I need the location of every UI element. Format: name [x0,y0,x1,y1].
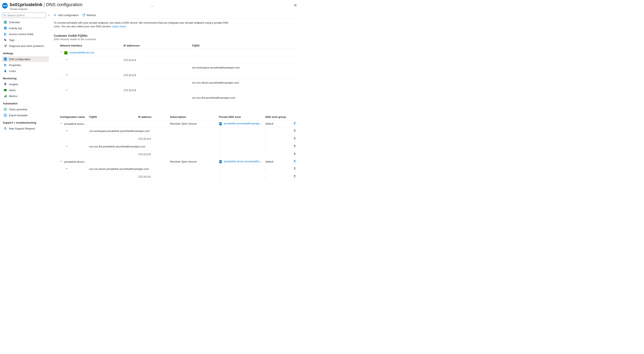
sidebar: « Overview Activity log Access control (… [0,12,50,181]
properties-icon [4,63,7,67]
delete-icon[interactable] [291,120,298,127]
col-subscription[interactable]: Subscription [169,114,218,120]
nic-icon [64,51,68,55]
sidebar-item-insights[interactable]: Insights [2,81,49,87]
chevron-down-icon[interactable] [60,51,63,54]
chevron-down-icon[interactable] [65,129,68,133]
col-fqdn[interactable]: FQDN [191,43,274,49]
svg-rect-15 [6,64,6,66]
chevron-down-icon[interactable] [65,58,68,62]
title-separator: | [44,2,46,7]
collapse-sidebar-icon[interactable]: « [48,14,49,17]
configuration-table: Configuration name FQDN IP address Subsc… [54,114,298,181]
cell-subscription: Resolute Open Source [169,158,218,165]
svg-rect-14 [5,64,5,66]
svg-point-11 [6,33,6,34]
support-icon [4,127,7,130]
sidebar-item-label: Tags [9,39,14,42]
table-row: 172.22.0.4 -- [54,135,298,143]
config-group-row[interactable]: privatelink-dicom-az... Resolute Open So… [54,158,298,165]
sidebar-item-activity-log[interactable]: Activity log [2,25,49,31]
nav-group-support: Support + troubleshooting [2,118,50,125]
delete-icon[interactable] [291,165,298,173]
config-group-row[interactable]: privatelink-azurehea... Resolute Open So… [54,120,298,127]
refresh-icon [82,14,86,17]
sidebar-item-new-support-request[interactable]: New Support Request [2,126,49,131]
refresh-button[interactable]: Refresh [82,14,96,17]
header-titles: bx01privatelink | DNS configuration Priv… [10,2,148,11]
col-fqdn[interactable]: FQDN [88,114,137,120]
more-actions-icon[interactable]: ⋯ [150,4,154,8]
delete-icon[interactable] [291,173,298,180]
chevron-down-icon[interactable] [65,73,68,77]
svg-rect-17 [5,85,6,86]
chevron-down-icon[interactable] [65,145,68,148]
sidebar-item-dns-configuration[interactable]: DNS DNS configuration [2,56,49,62]
page-header: DNS bx01privatelink | DNS configuration … [0,0,302,12]
cell-ip: 172.22.0.4 [137,135,169,143]
sidebar-item-label: Tasks (preview) [9,108,27,111]
chevron-down-icon[interactable] [60,122,63,125]
sidebar-item-label: Insights [9,83,18,86]
delete-icon[interactable] [291,150,298,158]
cell-zone-group: default [264,120,291,127]
sidebar-item-tags[interactable]: Tags [2,37,49,43]
cell-dash: - [218,173,264,180]
chevron-down-icon[interactable] [60,160,63,163]
sidebar-item-diagnose[interactable]: Diagnose and solve problems [2,43,49,49]
search-input[interactable] [7,14,45,17]
cell-fqdn: xxx-xxx.fhir.privatelink.azurehealthcare… [88,143,169,150]
dns-zone-icon: DNS [219,122,222,125]
cell-dash: - [218,143,264,150]
col-ip-addresses[interactable]: IP addresses [122,43,191,49]
sidebar-item-alerts[interactable]: Alerts [2,87,49,93]
sidebar-item-label: New Support Request [9,127,35,130]
sidebar-item-locks[interactable]: Locks [2,68,49,74]
col-dns-zone-group[interactable]: DNS zone group [264,114,291,120]
overview-icon [4,21,7,24]
svg-point-12 [4,39,5,40]
alerts-icon [4,89,7,92]
button-label: Add configuration [58,14,78,17]
delete-icon[interactable] [291,135,298,143]
locks-icon [4,69,7,73]
fqdn-section-subtitle: DNS records visible to the customer [50,38,302,43]
cell-fqdn: xxx-xxx.fhir.azurehealthcareapis.com [191,94,274,101]
sidebar-item-metrics[interactable]: Metrics [2,93,49,99]
col-config-name[interactable]: Configuration name [54,114,88,120]
dns-zone-link[interactable]: privatelink.dicom.azurehealthcarea... [224,160,264,163]
iam-icon [4,33,7,36]
table-row: 172.22.0.5 [54,71,298,79]
sidebar-item-label: Metrics [9,95,18,98]
table-row: xxx-xxx.fhir.azurehealthcareapis.com [54,94,298,101]
info-paragraph: To connect privately with your private e… [50,19,234,29]
sidebar-item-access-control[interactable]: Access control (IAM) [2,31,49,37]
add-configuration-button[interactable]: Add configuration [54,14,78,17]
chevron-down-icon[interactable] [65,167,68,171]
delete-icon[interactable] [291,143,298,150]
sidebar-item-export-template[interactable]: Export template [2,112,49,118]
nic-link[interactable]: xxxprivatelink.nic.xxx [70,51,94,54]
sidebar-item-tasks[interactable]: Tasks (preview) [2,106,49,112]
delete-icon[interactable] [291,127,298,135]
chevron-down-icon[interactable] [65,89,68,92]
learn-more-link[interactable]: Learn more [112,25,126,28]
dns-zone-link[interactable]: privatelink.azurehealthcareapis.com [224,122,264,125]
col-network-interface[interactable]: Network Interface [54,43,122,49]
nic-group-row[interactable]: xxxprivatelink.nic.xxx [54,49,298,56]
cell-ip: 172.22.0.5 [137,173,169,180]
activity-log-icon [4,27,7,30]
cell-dash: - [264,127,291,135]
delete-icon[interactable] [291,158,298,165]
search-box[interactable] [2,13,46,18]
col-ip-address[interactable]: IP address [137,114,169,120]
svg-rect-21 [6,95,6,97]
cell-dash: - [264,165,291,173]
table-row: 172.22.0.4 [54,56,298,64]
sidebar-item-overview[interactable]: Overview [2,19,49,25]
table-row: 172.22.0.5 -- [54,173,298,180]
cell-fqdn: xxx.workspace.privatelink.azurehealthcar… [88,127,169,135]
col-private-dns-zone[interactable]: Private DNS zone [218,114,264,120]
close-icon[interactable]: ✕ [292,2,299,9]
sidebar-item-properties[interactable]: Properties [2,62,49,68]
